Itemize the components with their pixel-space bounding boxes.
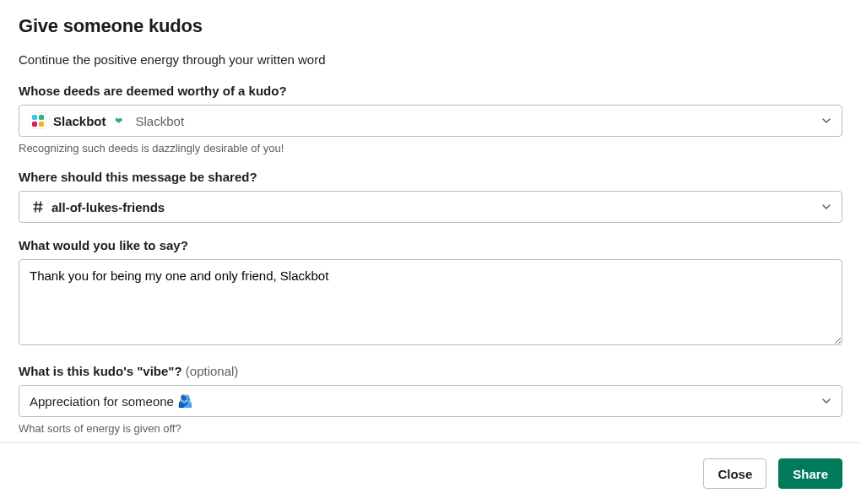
vibe-text: Appreciation for someone (30, 394, 174, 409)
modal-footer: Close Share (0, 442, 861, 504)
modal-title: Give someone kudos (19, 15, 842, 37)
field-vibe-label: What is this kudo's "vibe"? (optional) (19, 364, 842, 378)
share-button[interactable]: Share (778, 458, 842, 489)
hash-icon (30, 200, 46, 214)
svg-rect-3 (39, 122, 44, 127)
field-message-label: What would you like to say? (19, 238, 842, 252)
vibe-emoji-icon: 🫂 (177, 393, 193, 409)
field-vibe-label-text: What is this kudo's "vibe"? (19, 364, 182, 378)
field-vibe-optional: (optional) (182, 364, 239, 378)
svg-rect-0 (32, 115, 37, 120)
chevron-down-icon (821, 116, 831, 126)
vibe-select[interactable]: Appreciation for someone 🫂 (19, 385, 842, 417)
close-button[interactable]: Close (703, 458, 766, 489)
presence-heart-icon: ❤ (115, 116, 122, 127)
field-who-label: Whose deeds are deemed worthy of a kudo? (19, 84, 842, 98)
chevron-down-icon (821, 202, 831, 212)
chevron-down-icon (821, 396, 831, 406)
field-who: Whose deeds are deemed worthy of a kudo?… (19, 84, 842, 154)
field-vibe: What is this kudo's "vibe"? (optional) A… (19, 364, 842, 435)
svg-rect-2 (32, 122, 37, 127)
field-who-helper: Recognizing such deeds is dazzlingly des… (19, 142, 842, 154)
selected-user-realname: Slackbot (136, 114, 185, 128)
field-vibe-helper: What sorts of energy is given off? (19, 422, 842, 435)
field-message: What would you like to say? (19, 238, 842, 349)
selected-user-name: Slackbot (53, 114, 106, 128)
svg-rect-1 (39, 115, 44, 120)
selected-channel-name: all-of-lukes-friends (51, 200, 165, 214)
channel-select[interactable]: all-of-lukes-friends (19, 191, 842, 223)
slackbot-avatar-icon (30, 112, 46, 129)
field-where: Where should this message be shared? all… (19, 170, 842, 223)
selected-user: Slackbot ❤ Slackbot (30, 112, 184, 129)
modal-body: Give someone kudos Continue the positive… (0, 0, 861, 445)
message-textarea[interactable] (19, 259, 842, 345)
field-where-label: Where should this message be shared? (19, 170, 842, 184)
modal-subtitle: Continue the positive energy through you… (19, 52, 842, 67)
user-select[interactable]: Slackbot ❤ Slackbot (19, 105, 842, 137)
